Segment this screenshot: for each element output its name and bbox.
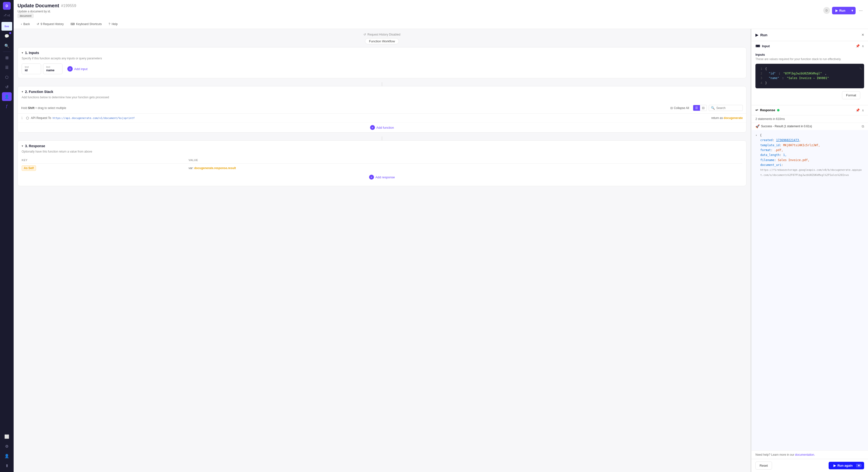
input-chip-id[interactable]: text id [22, 63, 41, 74]
inputs-heading: Inputs [755, 53, 864, 56]
sub-navigation: ‹ Back ↺ 9 Request History ⌨ Keyboard Sh… [18, 20, 864, 29]
expand-icon[interactable]: ⤡ [859, 66, 862, 71]
add-function-button[interactable]: + Add function [18, 123, 746, 132]
back-nav-item[interactable]: ‹ Back [18, 20, 33, 29]
history-disabled-banner: ↺ Request History Disabled [18, 33, 746, 36]
response-section-actions: 📌 ∧ [856, 108, 864, 112]
collapse-response-button[interactable]: ∧ [862, 108, 864, 112]
document-id: #199559 [61, 4, 76, 8]
run-panel-title: ▶ Run [755, 33, 767, 37]
sidebar-item-history[interactable]: ↺ [2, 83, 12, 91]
sidebar-item-function[interactable]: ƒ [2, 102, 12, 111]
add-input-button[interactable]: + Add input [64, 64, 90, 73]
pin-response-button[interactable]: 📌 [856, 108, 860, 112]
close-panel-button[interactable]: × [862, 32, 864, 37]
input-section-header[interactable]: ⌨ Input 📌 ∧ [751, 41, 868, 51]
view-toggle: ☰ ⊟ [693, 105, 707, 111]
response-toggle: ▾ [22, 144, 23, 148]
sidebar-divider [3, 20, 11, 20]
response-section-card: ▾ 3. Response Optionally have this funct… [18, 140, 746, 186]
function-row-1[interactable]: 1 ⬡ API Request To https://api.docugener… [18, 114, 746, 123]
sidebar-item-stack[interactable]: ⬡ [2, 73, 12, 82]
table-row: As Self var: docugenerate.response.resul… [22, 164, 742, 173]
user-avatar[interactable]: D [3, 2, 11, 10]
sidebar-item-layers[interactable]: ☰ [2, 63, 12, 72]
documentation-link[interactable]: documentation. [795, 453, 815, 456]
pin-input-button[interactable]: 📌 [856, 44, 860, 48]
function-stack-toggle: ▾ [22, 90, 23, 93]
success-line: 🚀 Success - Result (1 statement in 0.61s… [751, 123, 868, 130]
response-stats: 2 statements in 610ms [751, 115, 868, 123]
sidebar: D ⎇ v1 live 💬 🔍 ⊞ ☰ ⬡ ↺ 👤 ƒ ⬜ ⚙ 👤 ⬆ [0, 0, 13, 472]
help-nav-item[interactable]: ? Help [105, 20, 121, 29]
inputs-row: text id text name + Add input [22, 63, 742, 74]
plus-icon: + [67, 66, 73, 71]
title-area: Update Document #199559 Update a documen… [18, 3, 76, 18]
header-actions: D ▶ Run ▾ ··· [823, 6, 864, 14]
sidebar-item-person[interactable]: 👤 [2, 451, 12, 460]
run-again-caret[interactable]: ▾ [856, 464, 862, 467]
run-footer: Reset ▶ Run again ▾ [751, 459, 868, 472]
code-line-2: 2 "id": "07PlbgJwzbU0ZUKkMxgl", [758, 71, 861, 76]
content-area: ↺ Request History Disabled Function Work… [13, 29, 868, 472]
json-content: created: 1736960221473, template_id: MKj… [755, 138, 864, 178]
sidebar-item-user[interactable]: 👤 [2, 92, 12, 101]
input-chip-name[interactable]: text name [43, 63, 62, 74]
grid-view-button[interactable]: ☰ [693, 105, 700, 111]
run-panel-header: ▶ Run × [751, 29, 868, 41]
code-line-4: 4 } [758, 81, 861, 85]
json-toggle[interactable]: ▾ [755, 134, 757, 137]
input-section-actions: 📌 ∧ [856, 44, 864, 48]
add-response-button[interactable]: + Add response [22, 172, 742, 182]
comment-badge [9, 32, 11, 34]
sidebar-item-search[interactable]: 🔍 [2, 41, 12, 50]
collapse-input-button[interactable]: ∧ [862, 44, 864, 48]
sidebar-item-live[interactable]: live [1, 22, 12, 31]
input-run-section: ⌨ Input 📌 ∧ Inputs These are values requ… [751, 41, 868, 105]
sidebar-item-upload[interactable]: ⬆ [2, 461, 12, 470]
hold-text: Hold Shift + drag to select multiple [21, 106, 66, 110]
inputs-toggle-icon: ▾ [22, 51, 23, 55]
response-key-badge: As Self [22, 166, 36, 171]
add-response-plus-icon: + [369, 175, 374, 180]
add-function-plus-icon: + [370, 125, 375, 130]
inputs-section: ▾ 1. Inputs Specify if this function acc… [18, 47, 746, 78]
sidebar-item-comment[interactable]: 💬 [2, 32, 12, 40]
sidebar-item-box[interactable]: ⬜ [2, 432, 12, 441]
connector-2 [382, 137, 382, 140]
version-selector[interactable]: ⎇ v1 [1, 13, 12, 18]
main-container: Update Document #199559 Update a documen… [13, 0, 868, 472]
collapse-all-button[interactable]: ⊟ Collapse All [669, 105, 691, 111]
request-history-nav-item[interactable]: ↺ 9 Request History [33, 20, 67, 29]
api-url: https://api.docugenerate.com/v1/document… [53, 117, 135, 120]
run-button-group: ▶ Run ▾ [832, 7, 856, 14]
workflow-header: Function Workflow [18, 38, 746, 44]
sidebar-item-dashboard[interactable]: ⊞ [2, 53, 12, 62]
search-box[interactable]: 🔍 [709, 105, 743, 111]
format-button[interactable]: Format [842, 91, 860, 99]
response-run-section: ↩ Response 📌 ∧ 2 statements in 610ms 🚀 S… [751, 105, 868, 472]
keyboard-shortcuts-nav-item[interactable]: ⌨ Keyboard Shortcuts [67, 20, 105, 29]
run-dropdown-toggle[interactable]: ▾ [849, 7, 856, 14]
reset-button[interactable]: Reset [755, 462, 772, 470]
api-request-icon: ⬡ [26, 116, 29, 120]
more-options-button[interactable]: ··· [858, 6, 864, 14]
run-button[interactable]: ▶ Run [832, 7, 849, 14]
workflow-panel: ↺ Request History Disabled Function Work… [13, 29, 750, 472]
sidebar-bottom: ⬜ ⚙ 👤 ⬆ [2, 432, 12, 470]
run-again-button[interactable]: ▶ Run again ▾ [829, 462, 864, 469]
search-icon: 🔍 [711, 106, 715, 110]
sidebar-item-settings[interactable]: ⚙ [2, 442, 12, 450]
list-view-button[interactable]: ⊟ [700, 105, 707, 111]
copy-response-button[interactable]: ⧉ [862, 124, 864, 128]
response-table: KEY VALUE As Self var: docugenerate.resp… [22, 157, 742, 172]
workflow-title: Function Workflow [365, 38, 399, 44]
rocket-icon: 🚀 [755, 124, 760, 128]
subtitle: Update a document by id. document [18, 9, 76, 18]
success-indicator [777, 109, 779, 112]
stack-toolbar: Hold Shift + drag to select multiple ⊟ C… [18, 102, 746, 114]
search-input[interactable] [716, 106, 741, 110]
code-editor[interactable]: ⤡ 1 { 2 "id": "07PlbgJwzbU0ZUKkMxgl", 3 … [755, 64, 864, 88]
connector-1 [382, 82, 382, 86]
page-title: Update Document #199559 [18, 3, 76, 8]
